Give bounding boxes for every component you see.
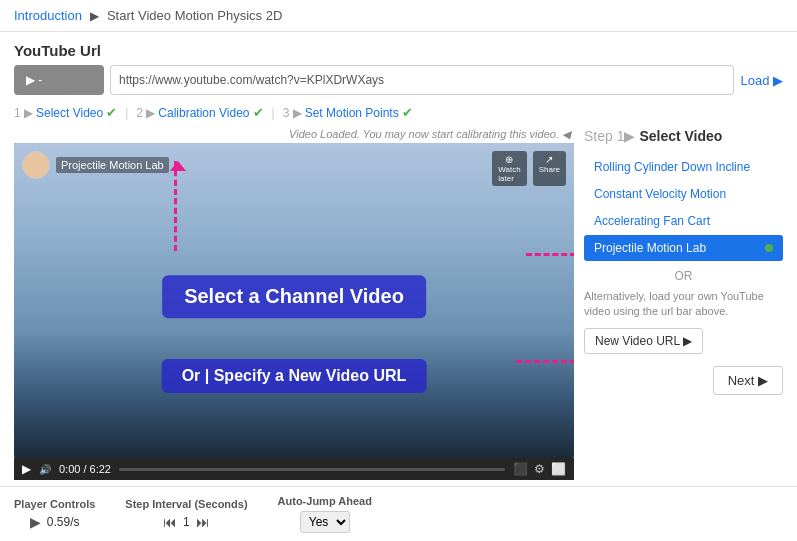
alt-text: Alternatively, load your own YouTube vid… [584,289,783,320]
settings-icon[interactable]: ⚙ [534,462,545,476]
breadcrumb-separator: ▶ [90,9,99,23]
next-button[interactable]: Next ▶ [713,366,783,395]
step-header-title: Select Video [639,128,722,144]
progress-bar[interactable] [119,468,505,471]
avatar-name: Projectile Motion Lab [56,157,169,173]
youtube-logo-button[interactable]: ▶ - [14,65,104,95]
step-2-num: 2 ▶ [136,106,155,120]
breadcrumb-intro[interactable]: Introduction [14,8,82,23]
youtube-icon: ▶ - [26,73,42,87]
step-back-btn[interactable]: ⏮ [163,514,177,530]
avatar-circle [22,151,50,179]
step-2: 2 ▶ Calibration Video ✔ [136,105,263,120]
channel-item-projectile[interactable]: Projectile Motion Lab [584,235,783,261]
step-1-num: 1 ▶ [14,106,33,120]
share-icon[interactable]: ↗Share [533,151,566,186]
arrow-right-mid-indicator [526,253,574,256]
breadcrumb: Introduction ▶ Start Video Motion Physic… [0,0,797,32]
arrow-up-indicator [174,161,177,251]
player-controls-group: Player Controls ▶ 0.59/s [14,498,95,530]
active-dot [765,244,773,252]
avatar-area: Projectile Motion Lab [22,151,169,179]
step-1-link[interactable]: Select Video ✔ [36,105,117,120]
select-channel-button[interactable]: Select a Channel Video [162,275,426,318]
step-3-check: ✔ [402,105,413,120]
step-3-link[interactable]: Set Motion Points ✔ [305,105,413,120]
player-controls-label: Player Controls [14,498,95,510]
video-loaded-msg: Video Loaded. You may now start calibrat… [14,128,574,141]
bottom-controls: Player Controls ▶ 0.59/s Step Interval (… [0,486,797,533]
auto-jump-select[interactable]: Yes No [300,511,350,533]
auto-jump-group: Auto-Jump Ahead Yes No [278,495,372,533]
player-controls-value: ▶ 0.59/s [30,514,80,530]
watch-later-icon[interactable]: ⊕Watchlater [492,151,526,186]
specify-url-button[interactable]: Or | Specify a New Video URL [162,359,427,393]
url-section: YouTube Url ▶ - Load ▶ [14,42,783,95]
channel-item-constant[interactable]: Constant Velocity Motion [584,181,783,207]
video-ctrl-icons: ⬛ ⚙ ⬜ [513,462,566,476]
url-row: ▶ - Load ▶ [14,65,783,95]
step-sep-1: | [125,106,128,120]
play-control-btn[interactable]: ▶ [30,514,41,530]
main-content: YouTube Url ▶ - Load ▶ 1 ▶ Select Video … [0,32,797,480]
channel-video-list: Rolling Cylinder Down Incline Constant V… [584,154,783,261]
player-speed: 0.59/s [47,515,80,529]
new-video-url-button[interactable]: New Video URL ▶ [584,328,703,354]
arrow-right-bottom-indicator [516,360,574,363]
step-2-link[interactable]: Calibration Video ✔ [158,105,263,120]
video-wrapper: Video Loaded. You may now start calibrat… [14,128,574,480]
step-interval-label: Step Interval (Seconds) [125,498,247,510]
breadcrumb-current: Start Video Motion Physics 2D [107,8,282,23]
right-panel: Step 1▶ Select Video Rolling Cylinder Do… [584,128,783,480]
auto-jump-label: Auto-Jump Ahead [278,495,372,507]
video-top-icons: ⊕Watchlater ↗Share [492,151,566,186]
or-divider: OR [584,269,783,283]
theatre-icon[interactable]: ⬜ [551,462,566,476]
auto-jump-value: Yes No [300,511,350,533]
video-container: Projectile Motion Lab ⊕Watchlater ↗Share… [14,143,574,458]
step-interval-num: 1 [183,515,190,529]
content-area: Video Loaded. You may now start calibrat… [14,128,783,480]
next-btn-container: Next ▶ [584,366,783,395]
step-1-check: ✔ [106,105,117,120]
step-1: 1 ▶ Select Video ✔ [14,105,117,120]
video-time: 0:00 / 6:22 [59,463,111,475]
channel-item-rolling[interactable]: Rolling Cylinder Down Incline [584,154,783,180]
subtitles-icon[interactable]: ⬛ [513,462,528,476]
url-label: YouTube Url [14,42,783,59]
video-controls-bar: ▶ 🔊 0:00 / 6:22 ⬛ ⚙ ⬜ [14,458,574,480]
steps-bar: 1 ▶ Select Video ✔ | 2 ▶ Calibration Vid… [14,101,783,124]
step-2-check: ✔ [253,105,264,120]
load-button[interactable]: Load ▶ [740,73,783,88]
step-interval-value: ⏮ 1 ⏭ [163,514,210,530]
volume-icon[interactable]: 🔊 [39,464,51,475]
step-header-prefix: Step 1▶ [584,128,639,144]
url-input[interactable] [110,65,734,95]
step-header: Step 1▶ Select Video [584,128,783,144]
step-interval-group: Step Interval (Seconds) ⏮ 1 ⏭ [125,498,247,530]
play-button[interactable]: ▶ [22,462,31,476]
channel-item-fan-cart[interactable]: Accelerating Fan Cart [584,208,783,234]
step-3: 3 ▶ Set Motion Points ✔ [283,105,413,120]
step-sep-2: | [272,106,275,120]
step-forward-btn[interactable]: ⏭ [196,514,210,530]
step-3-num: 3 ▶ [283,106,302,120]
